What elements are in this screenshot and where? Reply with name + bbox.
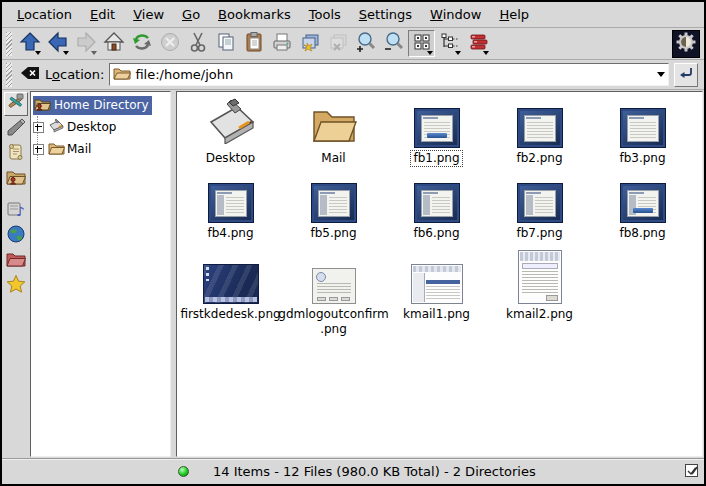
home-folder-icon — [6, 167, 26, 191]
reload-icon — [131, 31, 153, 57]
up-dropdown-caret — [35, 51, 41, 55]
file-item-fb6[interactable]: fb6.png — [385, 173, 488, 242]
sidebar-bookmarks-button[interactable] — [4, 274, 28, 298]
file-item-fb2[interactable]: fb2.png — [488, 98, 591, 167]
menu-help[interactable]: Help — [492, 4, 536, 25]
menu-go[interactable]: Go — [175, 4, 207, 25]
print-icon — [271, 31, 293, 57]
home-button[interactable] — [100, 30, 127, 57]
file-item-firstkdedesk[interactable]: firstkdedesk.png — [179, 248, 282, 338]
location-toolbar-grip[interactable] — [6, 63, 12, 87]
zoom-in-button[interactable] — [352, 30, 379, 57]
location-combobox[interactable]: file:/home/john — [109, 63, 669, 86]
tree-item-label: Desktop — [67, 120, 117, 134]
go-button[interactable] — [674, 63, 698, 87]
sidebar-tools-button[interactable] — [4, 92, 28, 116]
sidebar-tree-panel: Home Directory Desktop Mail — [30, 91, 171, 457]
cut-scissors-icon — [187, 31, 209, 57]
menu-edit[interactable]: Edit — [83, 4, 122, 25]
up-button[interactable] — [16, 30, 43, 57]
clear-location-button[interactable] — [20, 65, 40, 85]
images-remove-button[interactable] — [324, 30, 351, 57]
file-item-desktop[interactable]: Desktop — [179, 98, 282, 167]
file-item-kmail2[interactable]: kmail2.png — [488, 248, 591, 338]
file-label[interactable]: Mail — [318, 150, 348, 167]
file-item-mail[interactable]: Mail — [282, 98, 385, 167]
location-label: Location: — [45, 67, 104, 82]
copy-button[interactable] — [212, 30, 239, 57]
history-scroll-icon — [6, 142, 26, 166]
file-label[interactable]: fb3.png — [616, 150, 668, 167]
reload-button[interactable] — [128, 30, 155, 57]
file-label[interactable]: kmail2.png — [503, 306, 576, 323]
sidebar-services-button[interactable]: ♪ — [4, 199, 28, 223]
zoom-out-button[interactable] — [380, 30, 407, 57]
kde-gear-logo-icon — [675, 31, 697, 57]
mail-expander-plus[interactable] — [33, 144, 44, 155]
sidebar-network-button[interactable] — [4, 224, 28, 248]
sidebar-home-folder-button[interactable] — [4, 167, 28, 191]
location-toolbar: Location: file:/home/john — [2, 60, 704, 90]
menu-bookmarks[interactable]: Bookmarks — [211, 4, 298, 25]
file-label[interactable]: fb2.png — [513, 150, 565, 167]
konqueror-window: Location Edit View Go Bookmarks Tools Se… — [0, 0, 706, 486]
file-label[interactable]: fb7.png — [513, 225, 565, 242]
toolbar-grip[interactable] — [6, 32, 12, 56]
file-item-fb5[interactable]: fb5.png — [282, 173, 385, 242]
menu-settings[interactable]: Settings — [352, 4, 419, 25]
file-label[interactable]: kmail1.png — [400, 306, 473, 323]
fb5-thumbnail — [311, 183, 357, 223]
sidebar-bookmark-ribbon-button[interactable] — [4, 117, 28, 141]
sidebar-history-button[interactable] — [4, 142, 28, 166]
location-value[interactable]: file:/home/john — [135, 67, 649, 82]
menu-window[interactable]: Window — [423, 4, 488, 25]
print-button[interactable] — [268, 30, 295, 57]
images-new-button[interactable] — [296, 30, 323, 57]
menu-view[interactable]: View — [126, 4, 171, 25]
back-button[interactable] — [44, 30, 71, 57]
desktop-expander-plus[interactable] — [33, 122, 44, 133]
tree-item-home-directory[interactable]: Home Directory — [31, 94, 170, 116]
desktop-folder-icon — [205, 98, 257, 148]
file-item-fb1[interactable]: fb1.png — [385, 98, 488, 167]
mail-folder-icon — [311, 104, 357, 148]
stop-button[interactable] — [156, 30, 183, 57]
file-icon-view[interactable]: Desktop Mail fb1.png fb2.png fb3.png — [176, 91, 703, 457]
file-label[interactable]: fb6.png — [410, 225, 462, 242]
location-dropdown-arrow[interactable] — [653, 64, 668, 85]
file-label[interactable]: fb8.png — [616, 225, 668, 242]
file-item-fb8[interactable]: fb8.png — [591, 173, 694, 242]
tools-icon — [6, 92, 26, 116]
gdmlogoutconfirm-thumbnail — [312, 268, 356, 304]
file-label[interactable]: Desktop — [203, 150, 259, 167]
icon-view-button[interactable] — [408, 30, 435, 57]
file-label[interactable]: fb4.png — [204, 225, 256, 242]
tree-view-dropdown-caret — [455, 51, 461, 55]
services-icon: ♪ — [6, 199, 26, 223]
file-label[interactable]: gdmlogoutconfirm .png — [275, 306, 391, 338]
tree-item-label: Home Directory — [54, 98, 149, 112]
paste-button[interactable] — [240, 30, 267, 57]
file-label[interactable]: fb1.png — [410, 150, 462, 167]
menu-tools[interactable]: Tools — [302, 4, 348, 25]
tree-view-button[interactable] — [436, 30, 463, 57]
tree-item-desktop[interactable]: Desktop — [31, 116, 170, 138]
file-item-fb3[interactable]: fb3.png — [591, 98, 694, 167]
sidebar-root-folder-button[interactable] — [4, 249, 28, 273]
file-item-fb7[interactable]: fb7.png — [488, 173, 591, 242]
file-row: fb4.png fb5.png fb6.png fb7.png fb8.png — [179, 173, 702, 242]
back-dropdown-caret — [63, 51, 69, 55]
file-row: Desktop Mail fb1.png fb2.png fb3.png — [179, 98, 702, 167]
menu-location[interactable]: Location — [10, 4, 79, 25]
view-link-checkbox-icon[interactable] — [684, 463, 699, 481]
file-item-kmail1[interactable]: kmail1.png — [385, 248, 488, 338]
kde-throbber[interactable] — [672, 30, 700, 58]
forward-button[interactable] — [72, 30, 99, 57]
file-item-gdmlogoutconfirm[interactable]: gdmlogoutconfirm .png — [282, 248, 385, 338]
cut-button[interactable] — [184, 30, 211, 57]
tree-item-mail[interactable]: Mail — [31, 138, 170, 160]
file-item-fb4[interactable]: fb4.png — [179, 173, 282, 242]
file-label[interactable]: fb5.png — [307, 225, 359, 242]
detailed-list-view-button[interactable] — [464, 30, 491, 57]
file-label[interactable]: firstkdedesk.png — [177, 306, 283, 323]
